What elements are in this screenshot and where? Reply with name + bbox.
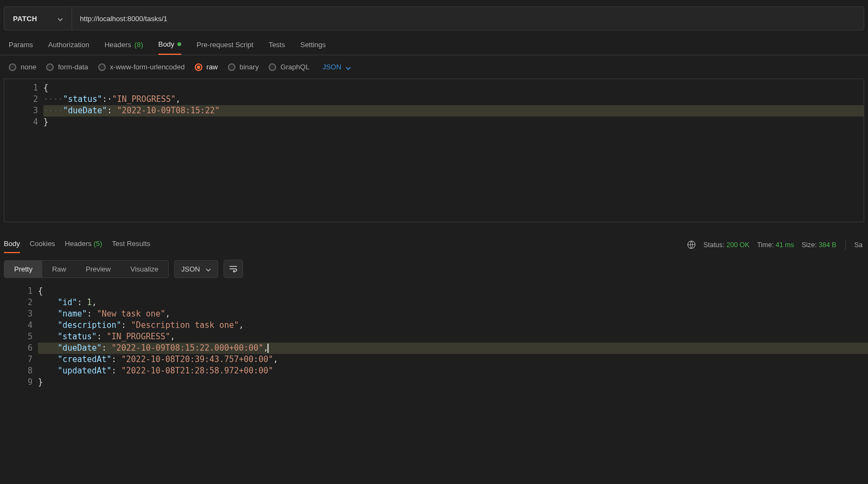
tab-headers-count: (8) xyxy=(135,41,143,49)
code-pun: , xyxy=(92,298,97,307)
resp-editor-code[interactable]: { "id": 1, "name": "New task one", "desc… xyxy=(38,283,868,388)
body-type-graphql[interactable]: GraphQL xyxy=(269,63,309,71)
code-string: "2022-10-09T08:15:22" xyxy=(117,106,220,115)
code-string: "New task one" xyxy=(97,309,165,319)
code-string: "2022-10-08T21:28:58.972+00:00" xyxy=(122,366,273,376)
radio-icon xyxy=(46,63,54,71)
code-string: "IN_PROGRESS" xyxy=(112,94,175,104)
url-input[interactable] xyxy=(72,7,864,30)
body-type-form-data[interactable]: form-data xyxy=(46,63,88,71)
editor-gutter: 1234 xyxy=(4,79,43,222)
wrap-lines-button[interactable] xyxy=(224,260,243,278)
code-string: "2022-10-09T08:15:22.000+00:00" xyxy=(111,343,263,353)
resp-tab-body[interactable]: Body xyxy=(4,236,20,253)
code-pun: , xyxy=(273,354,278,364)
view-preview-button[interactable]: Preview xyxy=(76,261,120,278)
body-type-binary-label: binary xyxy=(240,63,259,71)
method-label: PATCH xyxy=(13,15,37,23)
resp-tab-headers-count: (5) xyxy=(93,240,102,248)
tab-tests[interactable]: Tests xyxy=(269,40,285,55)
body-type-none[interactable]: none xyxy=(9,63,36,71)
body-type-none-label: none xyxy=(21,63,36,71)
body-type-graphql-label: GraphQL xyxy=(280,63,309,71)
code-pun: , xyxy=(176,94,181,104)
body-type-binary[interactable]: binary xyxy=(228,63,259,71)
response-view-row: Pretty Raw Preview Visualize JSON xyxy=(0,253,868,281)
view-mode-segment: Pretty Raw Preview Visualize xyxy=(4,260,169,278)
code-pun: : xyxy=(122,320,131,330)
chevron-down-icon xyxy=(346,64,351,70)
radio-icon xyxy=(269,63,276,71)
code-number: 1 xyxy=(87,298,92,307)
code-pun: , xyxy=(170,332,175,341)
tab-authorization[interactable]: Authorization xyxy=(48,40,90,55)
code-pun: : xyxy=(111,366,121,376)
globe-icon[interactable] xyxy=(687,240,696,249)
code-indent: ···· xyxy=(43,94,63,104)
view-raw-button[interactable]: Raw xyxy=(42,261,76,278)
request-body-editor[interactable]: 1234 { ····"status":·"IN_PROGRESS", ····… xyxy=(4,79,864,222)
code-pun: : xyxy=(97,332,106,341)
code-key: "dueDate" xyxy=(63,106,107,115)
code-key: "status" xyxy=(58,332,97,341)
code-pun: :· xyxy=(102,94,112,104)
radio-icon xyxy=(98,63,106,71)
body-type-raw-label: raw xyxy=(207,63,218,71)
editor-code[interactable]: { ····"status":·"IN_PROGRESS", ····"dueD… xyxy=(43,79,864,222)
body-type-xwww-label: x-www-form-urlencoded xyxy=(110,63,185,71)
tab-headers[interactable]: Headers (8) xyxy=(105,40,143,55)
status-value: 200 OK xyxy=(726,241,749,249)
resp-tab-cookies[interactable]: Cookies xyxy=(30,236,55,253)
view-pretty-button[interactable]: Pretty xyxy=(4,261,42,278)
resp-tab-test-results[interactable]: Test Results xyxy=(112,236,150,253)
code-key: "createdAt" xyxy=(58,354,111,364)
save-response-link[interactable]: Sa xyxy=(854,241,863,249)
cursor-icon xyxy=(267,344,269,353)
code-text: } xyxy=(38,377,43,387)
code-pun: : xyxy=(101,343,111,353)
radio-icon xyxy=(228,63,235,71)
code-indent: ···· xyxy=(43,106,63,115)
time-label: Time: xyxy=(757,241,774,249)
body-modified-dot-icon xyxy=(177,42,181,46)
code-pun: : xyxy=(107,106,117,115)
time-value: 41 ms xyxy=(776,241,794,249)
radio-icon xyxy=(195,63,202,71)
code-key: "name" xyxy=(58,309,87,319)
resp-editor-gutter: 123456789 xyxy=(0,283,38,388)
code-string: "2022-10-08T20:39:43.757+00:00" xyxy=(122,354,273,364)
size-label: Size: xyxy=(802,241,817,249)
raw-format-select[interactable]: JSON xyxy=(322,63,351,71)
body-type-x-www-form-urlencoded[interactable]: x-www-form-urlencoded xyxy=(98,63,185,71)
response-body-editor[interactable]: 123456789 { "id": 1, "name": "New task o… xyxy=(0,283,868,388)
tab-settings[interactable]: Settings xyxy=(300,40,326,55)
response-tabs: Body Cookies Headers (5) Test Results xyxy=(4,236,150,253)
method-select[interactable]: PATCH xyxy=(4,7,72,30)
request-tabs: Params Authorization Headers (8) Body Pr… xyxy=(0,30,868,55)
code-text: } xyxy=(43,117,48,127)
chevron-down-icon xyxy=(58,16,63,21)
body-type-raw[interactable]: raw xyxy=(195,63,218,71)
code-pun: : xyxy=(87,309,97,319)
code-key: "status" xyxy=(63,94,102,104)
response-format-label: JSON xyxy=(181,265,200,273)
code-pun: : xyxy=(77,298,87,307)
tab-body-label: Body xyxy=(158,40,175,48)
wrap-icon xyxy=(228,264,238,274)
tab-params[interactable]: Params xyxy=(9,40,33,55)
code-text: { xyxy=(38,286,43,296)
request-bar: PATCH xyxy=(4,7,864,30)
resp-tab-headers-label: Headers xyxy=(65,240,92,248)
resp-tab-headers[interactable]: Headers (5) xyxy=(65,236,103,253)
tab-pre-request-script[interactable]: Pre-request Script xyxy=(196,40,253,55)
code-key: "id" xyxy=(58,298,77,307)
size-value: 384 B xyxy=(819,241,837,249)
tab-body[interactable]: Body xyxy=(158,40,182,55)
divider xyxy=(845,240,846,250)
response-format-select[interactable]: JSON xyxy=(174,260,218,278)
view-visualize-button[interactable]: Visualize xyxy=(120,261,168,278)
body-type-form-data-label: form-data xyxy=(58,63,88,71)
code-string: "IN_PROGRESS" xyxy=(106,332,170,341)
response-meta: Status: 200 OK Time: 41 ms Size: 384 B S… xyxy=(687,240,863,250)
raw-format-label: JSON xyxy=(322,63,341,71)
